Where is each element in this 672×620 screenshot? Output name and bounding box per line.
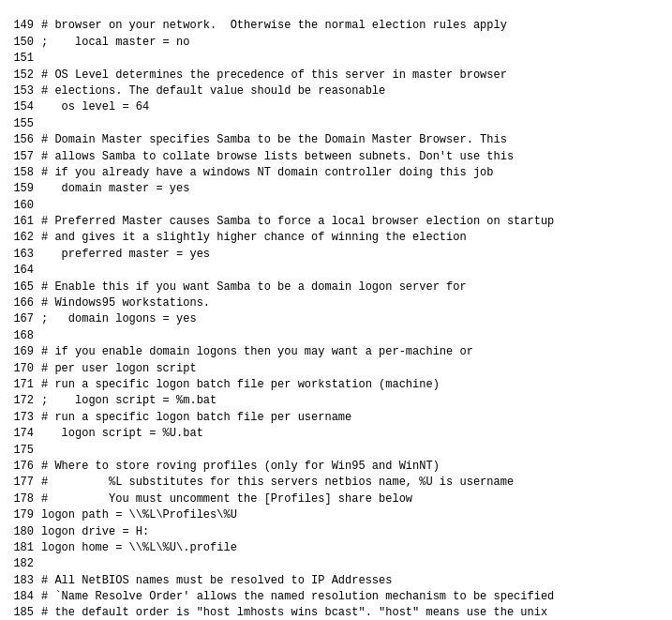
code-line: 174 logon script = %U.bat — [4, 426, 668, 442]
code-line: 162# and gives it a slightly higher chan… — [4, 230, 668, 246]
line-content: domain master = yes — [41, 181, 668, 197]
line-content: # and gives it a slightly higher chance … — [41, 230, 668, 246]
line-number: 158 — [4, 165, 34, 181]
code-line: 154 os level = 64 — [4, 99, 668, 115]
line-number: 161 — [4, 214, 34, 230]
line-content: # Domain Master specifies Samba to be th… — [41, 132, 668, 148]
line-content: # allows Samba to collate browse lists b… — [41, 149, 668, 165]
line-number: 165 — [4, 280, 34, 295]
line-number: 173 — [4, 410, 34, 426]
code-line: 165# Enable this if you want Samba to be… — [4, 280, 668, 295]
line-content: os level = 64 — [41, 99, 668, 115]
line-content: # Where to store roving profiles (only f… — [41, 459, 668, 475]
line-content: ; local master = no — [41, 35, 668, 51]
code-line: 177# %L substitutes for this servers net… — [4, 475, 668, 491]
line-number: 149 — [4, 18, 34, 34]
code-line: 175 — [4, 443, 668, 459]
line-number: 171 — [4, 377, 34, 393]
line-content: # if you enable domain logons then you m… — [41, 344, 668, 360]
line-content: # run a specific logon batch file per us… — [41, 410, 668, 426]
code-line: 180logon drive = H: — [4, 524, 668, 540]
line-content: logon script = %U.bat — [41, 426, 668, 442]
line-number: 183 — [4, 573, 34, 589]
line-number: 163 — [4, 247, 34, 263]
code-line: 161# Preferred Master causes Samba to fo… — [4, 214, 668, 230]
line-content: logon path = \\%L\Profiles\%U — [41, 507, 668, 523]
code-line: 164 — [4, 263, 668, 279]
line-number: 164 — [4, 263, 34, 279]
code-line: 153# elections. The default value should… — [4, 83, 668, 99]
line-number: 160 — [4, 198, 34, 214]
code-line: 172; logon script = %m.bat — [4, 393, 668, 409]
line-content: preferred master = yes — [41, 247, 668, 263]
line-content: # run a specific logon batch file per wo… — [41, 377, 668, 393]
line-number: 151 — [4, 51, 34, 67]
code-line: 168 — [4, 328, 668, 344]
line-content: # %L substitutes for this servers netbio… — [41, 475, 668, 491]
line-content: # browser on your network. Otherwise the… — [41, 18, 668, 34]
code-line: 173# run a specific logon batch file per… — [4, 410, 668, 426]
line-number: 172 — [4, 393, 34, 409]
line-number: 170 — [4, 361, 34, 377]
line-content: # per user logon script — [41, 361, 668, 377]
code-line: 155 — [4, 116, 668, 132]
code-line: 183# All NetBIOS names must be resolved … — [4, 573, 668, 589]
code-line: 179logon path = \\%L\Profiles\%U — [4, 507, 668, 523]
line-number: 157 — [4, 149, 34, 165]
code-viewer: 149# browser on your network. Otherwise … — [0, 0, 672, 620]
line-number: 181 — [4, 540, 34, 556]
line-content: # if you already have a windows NT domai… — [41, 165, 668, 181]
line-number: 174 — [4, 426, 34, 442]
line-number: 159 — [4, 181, 34, 197]
line-number: 180 — [4, 524, 34, 540]
code-line: 149# browser on your network. Otherwise … — [4, 18, 668, 34]
line-number: 184 — [4, 589, 34, 605]
line-number: 166 — [4, 295, 34, 311]
line-number: 177 — [4, 475, 34, 491]
code-line: 163 preferred master = yes — [4, 247, 668, 263]
code-line: 185# the default order is "host lmhosts … — [4, 605, 668, 620]
line-number: 176 — [4, 459, 34, 475]
line-content: # `Name Resolve Order' allows the named … — [41, 589, 668, 605]
code-line: 166# Windows95 workstations. — [4, 295, 668, 311]
line-content: logon home = \\%L\%U\.profile — [41, 540, 668, 556]
code-line: 159 domain master = yes — [4, 181, 668, 197]
line-number: 182 — [4, 556, 34, 572]
line-number: 168 — [4, 328, 34, 344]
code-line: 158# if you already have a windows NT do… — [4, 165, 668, 181]
line-content: # Preferred Master causes Samba to force… — [41, 214, 668, 230]
code-line: 182 — [4, 556, 668, 572]
line-content: # Windows95 workstations. — [41, 295, 668, 311]
line-content: # All NetBIOS names must be resolved to … — [41, 573, 668, 589]
line-number: 185 — [4, 605, 34, 620]
line-number: 179 — [4, 507, 34, 523]
code-line: 160 — [4, 198, 668, 214]
line-number: 178 — [4, 491, 34, 507]
code-line: 156# Domain Master specifies Samba to be… — [4, 132, 668, 148]
line-number: 175 — [4, 443, 34, 459]
line-content: logon drive = H: — [41, 524, 668, 540]
line-content: # the default order is "host lmhosts win… — [41, 605, 668, 620]
line-number: 152 — [4, 68, 34, 83]
line-content: # OS Level determines the precedence of … — [41, 68, 668, 83]
code-line: 167; domain logons = yes — [4, 311, 668, 327]
line-number: 150 — [4, 35, 34, 51]
code-line: 150; local master = no — [4, 35, 668, 51]
line-number: 167 — [4, 311, 34, 327]
code-line: 176# Where to store roving profiles (onl… — [4, 459, 668, 475]
line-content: # Enable this if you want Samba to be a … — [41, 280, 668, 295]
code-line: 151 — [4, 51, 668, 67]
line-content: ; logon script = %m.bat — [41, 393, 668, 409]
line-content: ; domain logons = yes — [41, 311, 668, 327]
line-content: # elections. The default value should be… — [41, 83, 668, 99]
code-line: 170# per user logon script — [4, 361, 668, 377]
line-number: 162 — [4, 230, 34, 246]
code-line: 157# allows Samba to collate browse list… — [4, 149, 668, 165]
line-content: # You must uncomment the [Profiles] shar… — [41, 491, 668, 507]
code-line: 181logon home = \\%L\%U\.profile — [4, 540, 668, 556]
code-line: 169# if you enable domain logons then yo… — [4, 344, 668, 360]
line-number: 156 — [4, 132, 34, 148]
line-number: 153 — [4, 83, 34, 99]
code-line: 184# `Name Resolve Order' allows the nam… — [4, 589, 668, 605]
line-number: 169 — [4, 344, 34, 360]
